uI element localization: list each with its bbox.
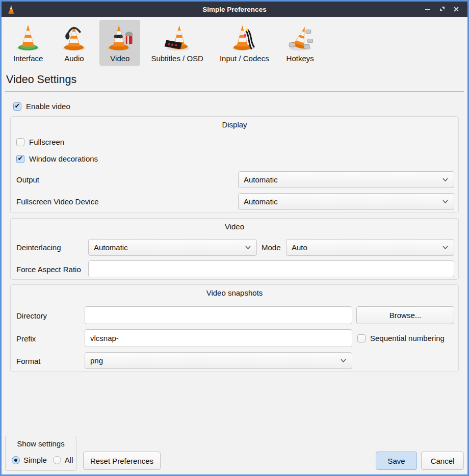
tab-label: Interface [13, 54, 43, 63]
force-aspect-ratio-input[interactable] [88, 260, 454, 277]
directory-label: Directory [16, 311, 47, 320]
minimize-button[interactable] [421, 2, 435, 17]
display-group: Display Fullscreen Window decorations Ou… [10, 116, 459, 213]
radio-all[interactable]: All [53, 456, 73, 464]
mode-label: Mode [262, 243, 281, 252]
enable-video-label: Enable video [26, 102, 70, 111]
video-group-title: Video [11, 222, 458, 231]
snapshots-group-title: Video snapshots [11, 288, 458, 297]
cancel-button[interactable]: Cancel [421, 452, 464, 470]
chevron-down-icon [442, 245, 449, 250]
output-combobox[interactable]: Automatic [238, 171, 454, 188]
chevron-down-icon [245, 245, 251, 250]
checkbox-icon [16, 155, 24, 163]
tab-hotkeys[interactable]: Hotkeys [280, 20, 321, 66]
format-combobox[interactable]: png [85, 352, 352, 369]
tab-interface[interactable]: Interface [8, 20, 48, 66]
subtitles-cone-icon [163, 22, 192, 52]
save-button[interactable]: Save [376, 452, 417, 470]
display-group-title: Display [11, 120, 458, 129]
fullscreen-checkbox[interactable]: Fullscreen [16, 138, 64, 146]
force-aspect-ratio-label: Force Aspect Ratio [16, 265, 81, 274]
titlebar: Simple Preferences [2, 2, 467, 17]
radio-simple-label: Simple [23, 456, 47, 464]
radio-simple[interactable]: Simple [12, 456, 47, 464]
fullscreen-video-device-combobox[interactable]: Automatic [238, 193, 454, 210]
show-settings-group: Show settings Simple All [5, 436, 76, 471]
radio-icon [53, 456, 61, 464]
video-group: Video Deinterlacing Automatic Mode Auto … [10, 218, 459, 280]
preferences-window: Simple Preferences [0, 0, 469, 476]
chevron-down-icon [442, 199, 449, 204]
tab-label: Subtitles / OSD [151, 54, 203, 63]
tab-label: Video [110, 54, 129, 63]
tab-label: Audio [64, 54, 84, 63]
deinterlace-mode-combobox[interactable]: Auto [286, 239, 454, 256]
tab-subtitles-osd[interactable]: Subtitles / OSD [145, 20, 209, 66]
output-value: Automatic [244, 175, 442, 184]
window-title: Simple Preferences [2, 6, 467, 13]
reset-preferences-button[interactable]: Reset Preferences [83, 452, 161, 470]
window-decorations-label: Window decorations [29, 154, 98, 163]
fullscreen-label: Fullscreen [29, 138, 64, 146]
checkbox-icon [16, 138, 24, 146]
directory-input[interactable] [85, 306, 352, 324]
page-title: Video Settings [6, 73, 76, 86]
tab-label: Hotkeys [286, 54, 314, 63]
chevron-down-icon [442, 177, 449, 182]
output-label: Output [16, 175, 39, 184]
deinterlacing-label: Deinterlacing [16, 243, 61, 252]
interface-cone-icon [13, 22, 43, 52]
restore-button[interactable] [435, 2, 449, 17]
format-value: png [90, 356, 340, 365]
sequential-numbering-label: Sequential numbering [370, 334, 445, 342]
mode-value: Auto [292, 243, 442, 252]
video-snapshots-group: Video snapshots Directory Browse... Pref… [10, 284, 459, 372]
prefix-input[interactable] [85, 329, 352, 347]
enable-video-checkbox[interactable]: Enable video [13, 102, 70, 111]
audio-cone-icon [59, 22, 89, 52]
tab-video[interactable]: Video [99, 20, 140, 66]
codecs-cone-icon [229, 22, 259, 52]
radio-all-label: All [65, 456, 73, 464]
tab-label: Input / Codecs [220, 54, 269, 63]
video-cone-icon [105, 22, 135, 52]
tab-audio[interactable]: Audio [54, 20, 94, 66]
sequential-numbering-checkbox[interactable]: Sequential numbering [357, 334, 445, 342]
window-decorations-checkbox[interactable]: Window decorations [16, 154, 98, 163]
checkbox-icon [357, 334, 366, 342]
fullscreen-video-device-value: Automatic [244, 197, 442, 206]
tab-input-codecs[interactable]: Input / Codecs [214, 20, 275, 66]
checkbox-icon [13, 102, 21, 111]
category-toolbar: Interface Audio [8, 20, 321, 66]
format-label: Format [16, 357, 41, 365]
radio-icon [12, 456, 20, 464]
prefix-label: Prefix [16, 334, 36, 343]
show-settings-title: Show settings [6, 439, 76, 448]
chevron-down-icon [340, 358, 347, 363]
deinterlacing-value: Automatic [94, 243, 245, 252]
hotkeys-cone-icon [285, 22, 315, 52]
fullscreen-video-device-label: Fullscreen Video Device [16, 197, 98, 206]
browse-button[interactable]: Browse... [356, 306, 454, 324]
heading-separator [5, 91, 464, 92]
deinterlacing-combobox[interactable]: Automatic [88, 239, 257, 256]
close-button[interactable] [449, 2, 463, 17]
